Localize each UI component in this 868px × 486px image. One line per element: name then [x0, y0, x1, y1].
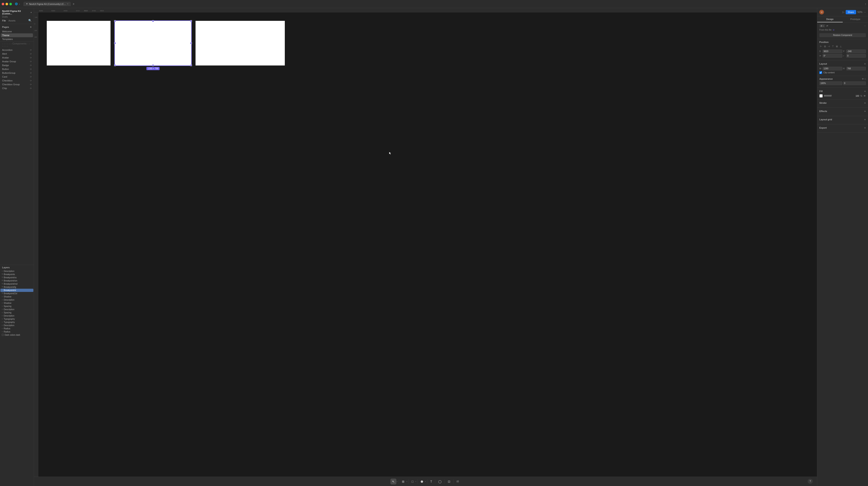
layer-dark-colors[interactable]: Dark colors dark [0, 333, 33, 337]
component-more-icon[interactable]: ··· [864, 25, 866, 27]
comp-avatar-group[interactable]: Avatar Group ⟳ [1, 60, 33, 63]
corner-input[interactable] [846, 54, 866, 58]
layer-description-1[interactable]: ○ Description [0, 270, 33, 273]
frame-2[interactable] [115, 21, 191, 65]
layer-spacing-1[interactable]: ○ Spacing [0, 305, 33, 308]
frame-3[interactable] [195, 21, 285, 65]
minimize-button[interactable] [5, 3, 8, 5]
share-button[interactable]: Share [846, 10, 856, 14]
opacity-input[interactable] [819, 82, 842, 85]
layer-typography-1[interactable]: ○ Typography [0, 317, 33, 321]
ellipse-tool-button[interactable]: ◯ [437, 479, 443, 485]
exchange-icon[interactable]: ⇄ [826, 25, 828, 27]
layer-description-3[interactable]: ○ Description [0, 308, 33, 311]
from-file-icon[interactable]: ⊙ [833, 29, 834, 31]
rotation-input[interactable] [823, 54, 842, 58]
handle-bl[interactable] [114, 64, 116, 66]
comp-checkbox[interactable]: Checkbox ⟳ [1, 79, 33, 83]
handle-br[interactable] [190, 64, 192, 66]
tab-close-icon[interactable]: × [67, 3, 68, 5]
assets-tab[interactable]: Assets [8, 19, 16, 22]
layer-description-2[interactable]: ○ Description [0, 298, 33, 301]
layer-typography-2[interactable]: ○ Typography [0, 321, 33, 324]
handle-mr[interactable] [190, 42, 192, 44]
handle-tr[interactable] [190, 20, 192, 22]
frame-tool-button[interactable]: ⊞ [400, 479, 406, 485]
layer-shadow-1[interactable]: ○ Shadow [0, 295, 33, 298]
clip-content-checkbox[interactable] [819, 71, 822, 74]
shape-tool-button[interactable]: ⬟ [419, 479, 425, 485]
chevron-icon[interactable]: ▾ [31, 11, 32, 13]
comp-card[interactable]: Card ⟳ [1, 75, 33, 79]
handle-ml[interactable] [114, 42, 116, 44]
play-icon[interactable]: ▷ [842, 11, 844, 13]
comp-avatar[interactable]: Avatar ⟳ [1, 56, 33, 60]
layer-breakpoints[interactable]: T Breakpoints [0, 273, 33, 276]
x-input[interactable] [823, 50, 842, 53]
handle-tl[interactable] [114, 20, 116, 22]
restore-component-button[interactable]: Restore Component [819, 33, 866, 37]
layer-breakpoint-sm[interactable]: T Breakpoint/sm [0, 279, 33, 282]
share-icon[interactable]: ↑ [865, 2, 866, 6]
add-export-button[interactable]: + [864, 126, 866, 129]
layer-radius-1[interactable]: ○ Radius [0, 327, 33, 330]
file-tab[interactable]: File [2, 19, 6, 22]
fullscreen-button[interactable] [9, 3, 12, 5]
code-tool-button[interactable]: ⟨/⟩ [455, 479, 461, 484]
layer-breakpoint-xs[interactable]: T Breakpoint/xs [0, 276, 33, 279]
add-page-button[interactable]: + [30, 25, 32, 29]
add-stroke-button[interactable]: + [864, 101, 866, 104]
select-tool-button[interactable]: ↖ [391, 479, 396, 485]
comp-checkbox-group[interactable]: Checkbox Group ⟳ [1, 83, 33, 86]
layer-radius-2[interactable]: ○ Radius [0, 330, 33, 333]
layer-description-4[interactable]: ○ Description [0, 314, 33, 317]
search-icon[interactable]: 🔍 [28, 19, 32, 22]
frame-1[interactable] [47, 21, 111, 65]
help-button[interactable]: ? [808, 479, 813, 484]
height-input[interactable] [846, 67, 866, 70]
add-layout-grid-button[interactable]: + [864, 118, 866, 121]
active-tab[interactable]: ✦ NextUI Figma Kit (Community) (C... × [23, 2, 71, 6]
add-effects-button[interactable]: + [864, 110, 866, 113]
comp-buttongroup[interactable]: ButtonGroup ⟳ [1, 71, 33, 75]
align-center-h-icon[interactable]: ⊟ [824, 44, 827, 48]
corner-r-input[interactable] [843, 82, 866, 85]
add-fill-button[interactable]: + [864, 90, 866, 93]
layer-breakpoint-xl[interactable]: T Breakpoint/xl [0, 289, 33, 292]
canvas-area[interactable]: 1280 × 768 [38, 12, 817, 477]
more-icon[interactable]: ··· [864, 11, 866, 13]
layer-breakpoint-lg[interactable]: T Breakpoint/lg [0, 285, 33, 289]
comp-accordion[interactable]: Accordion ⟳ [1, 48, 33, 52]
layer-breakpoint-2xl[interactable]: T Breakpoint/2xl [0, 292, 33, 295]
new-tab-button[interactable]: + [72, 2, 75, 6]
layer-description-5[interactable]: ○ Description [0, 324, 33, 327]
width-input[interactable] [823, 67, 842, 70]
text-tool-button[interactable]: T [429, 479, 434, 485]
page-item-templates[interactable]: Templates [1, 37, 33, 41]
align-right-icon[interactable]: ⊣ [827, 44, 831, 48]
component-tool-button[interactable]: ⊡ [446, 479, 452, 485]
comp-alert[interactable]: Alert ⟳ [1, 52, 33, 56]
fill-color-swatch[interactable] [819, 94, 823, 98]
align-left-icon[interactable]: ⊢ [819, 44, 823, 48]
comp-badge[interactable]: Badge ⟳ [1, 63, 33, 67]
handle-bm[interactable] [152, 64, 154, 66]
design-tab[interactable]: Design [817, 17, 843, 22]
align-bottom-icon[interactable]: ⊥ [839, 44, 842, 48]
align-top-icon[interactable]: ⊤ [831, 44, 835, 48]
layer-breakpoint-md[interactable]: T Breakpoint/md [0, 282, 33, 285]
layer-shadow-2[interactable]: ○ Shadow [0, 301, 33, 305]
handle-tm[interactable] [152, 20, 154, 22]
add-layout-button[interactable]: + [864, 62, 866, 65]
back-icon[interactable]: ‹ [19, 3, 20, 5]
fill-eye-icon[interactable]: 👁 [864, 95, 866, 97]
page-item-welcome[interactable]: Welcome [1, 30, 33, 33]
prototype-tab[interactable]: Prototype [843, 17, 868, 22]
close-button[interactable] [2, 3, 4, 5]
comp-button[interactable]: Button ⟳ [1, 67, 33, 71]
y-input[interactable] [846, 50, 866, 53]
rectangle-tool-button[interactable]: □ [410, 479, 415, 485]
align-center-v-icon[interactable]: ⊞ [835, 44, 838, 48]
zoom-level[interactable]: 50% [857, 11, 863, 13]
comp-chip[interactable]: Chip ⟳ [1, 86, 33, 90]
